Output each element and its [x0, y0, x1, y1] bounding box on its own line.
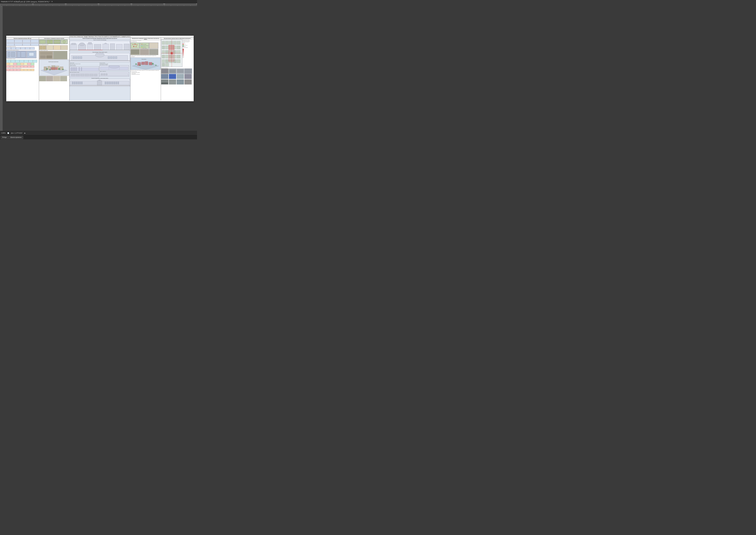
ruler-container: 100200300400500600 [0, 3, 197, 6]
svg-point-140 [135, 63, 137, 65]
taskbar-timeline[interactable]: Шкала времени [9, 136, 23, 139]
svg-rect-74 [76, 67, 76, 71]
plan-small [15, 60, 19, 63]
svg-rect-112 [116, 82, 117, 84]
plan-small [27, 69, 31, 71]
section-masterplan: Пространственная структура открытого общ… [161, 38, 194, 100]
svg-rect-111 [114, 82, 115, 84]
plan-section2 [39, 40, 46, 44]
svg-rect-1 [8, 52, 10, 57]
ps-canvas: СТРУКТУРА ОТКРЫТЫХ ОБЩЕСТВЕННЫХ ПРОСТРАН… [6, 36, 194, 101]
section4-header: Функциональное зонирование открытого общ… [130, 38, 161, 40]
plan-cell [11, 47, 16, 49]
svg-rect-71 [71, 67, 72, 71]
svg-rect-75 [79, 67, 80, 71]
plan-cell [22, 40, 31, 43]
svg-point-119 [136, 44, 137, 45]
svg-rect-84 [94, 74, 97, 76]
svg-rect-8 [29, 53, 34, 56]
section5-body: Принципиальная схемапланировочной структ… [161, 39, 194, 100]
section-drawing [99, 66, 129, 71]
plan-cell [30, 47, 35, 49]
zone-plan [131, 42, 140, 49]
svg-point-120 [133, 46, 134, 47]
svg-point-126 [141, 46, 142, 47]
plan-section2 [53, 45, 61, 50]
svg-rect-114 [70, 85, 130, 86]
svg-rect-166 [162, 60, 165, 63]
section1-header: Проектные предложения д/конкурса 1893 го… [6, 38, 39, 39]
plan-small [11, 60, 15, 63]
svg-point-18 [63, 40, 66, 43]
section2-body: Схема зонирования территории [39, 39, 69, 100]
doc-content: Проектные предложения д/конкурса 1893 го… [6, 38, 194, 100]
svg-rect-103 [79, 82, 81, 84]
svg-rect-10 [40, 40, 45, 43]
photo-zone [131, 49, 140, 55]
svg-rect-190 [169, 74, 176, 79]
svg-rect-35 [51, 68, 58, 70]
facade-subtitle: Анализ фасадов / Фасад главного здания [69, 51, 130, 53]
section5-header: Пространственная структура открытого общ… [161, 38, 194, 39]
color-scale [182, 49, 192, 58]
plan-small [6, 60, 11, 63]
svg-rect-194 [162, 82, 168, 84]
plan-small [31, 63, 34, 65]
svg-rect-188 [161, 74, 168, 79]
photo-campus [161, 79, 169, 85]
plan-cell [6, 47, 11, 49]
photo-campus [176, 79, 184, 85]
plan-small [20, 66, 24, 68]
photo-campus [184, 69, 192, 74]
plan-section2 [46, 40, 53, 44]
svg-text:Учебные здания: Учебные здания [143, 44, 146, 45]
canvas-area: СТРУКТУРА ОТКРЫТЫХ ОБЩЕСТВЕННЫХ ПРОСТРАН… [3, 6, 197, 131]
document-title: СТРУКТУРА ОТКРЫТЫХ ОБЩЕСТВЕННЫХ ПРОСТРАН… [6, 36, 194, 38]
plan-large [16, 51, 26, 58]
svg-point-118 [134, 43, 136, 45]
master-plan-large [161, 40, 182, 67]
svg-rect-109 [110, 82, 112, 84]
svg-point-127 [141, 47, 142, 48]
text-label: Различные варианты генплана [6, 58, 39, 59]
elevation-sub2 [70, 73, 99, 77]
doc-size: Дос: 1,17Г/3,81Г [11, 132, 22, 134]
plan-small [14, 63, 17, 65]
svg-point-141 [139, 65, 141, 66]
svg-rect-2 [11, 52, 15, 57]
svg-rect-152 [165, 46, 169, 49]
section-facades: Анализ построения систем фасадов, формир… [69, 38, 130, 100]
doc-icon: 📄 [7, 132, 9, 134]
title-bar-text: РАМНИК Я ТУТ НОВЫЙ.psb @ 3,96% (модуль, … [1, 1, 50, 3]
plan-small [24, 63, 27, 65]
svg-rect-170 [177, 60, 180, 63]
plan-small [24, 60, 28, 63]
svg-rect-146 [162, 41, 165, 44]
svg-rect-72 [73, 67, 73, 71]
svg-rect-149 [173, 41, 176, 44]
svg-point-117 [133, 44, 133, 45]
plan-cell [16, 47, 20, 49]
svg-rect-113 [118, 82, 119, 84]
svg-point-37 [49, 69, 51, 70]
plan-section2 [53, 40, 61, 44]
svg-rect-20 [40, 46, 42, 49]
elevation-bottom [70, 79, 130, 86]
svg-rect-167 [165, 60, 169, 63]
photo-campus [176, 74, 184, 79]
photo-zone [140, 49, 149, 55]
svg-rect-183 [169, 70, 176, 73]
title-bar-close[interactable]: ✕ [51, 1, 53, 3]
arrow-button[interactable]: ▶ [24, 132, 26, 134]
svg-rect-172 [165, 63, 169, 66]
svg-rect-100 [74, 82, 75, 84]
svg-point-38 [58, 68, 60, 70]
svg-rect-138 [145, 62, 148, 65]
svg-rect-64 [108, 56, 110, 59]
taskbar-bridge[interactable]: Bridge [1, 136, 8, 139]
plan-small [17, 69, 20, 71]
section-drawing2 [99, 72, 129, 76]
plan-small [33, 60, 37, 63]
svg-rect-139 [149, 62, 152, 65]
section4-body: Схема функционального зонированиякампуса… [130, 40, 161, 100]
